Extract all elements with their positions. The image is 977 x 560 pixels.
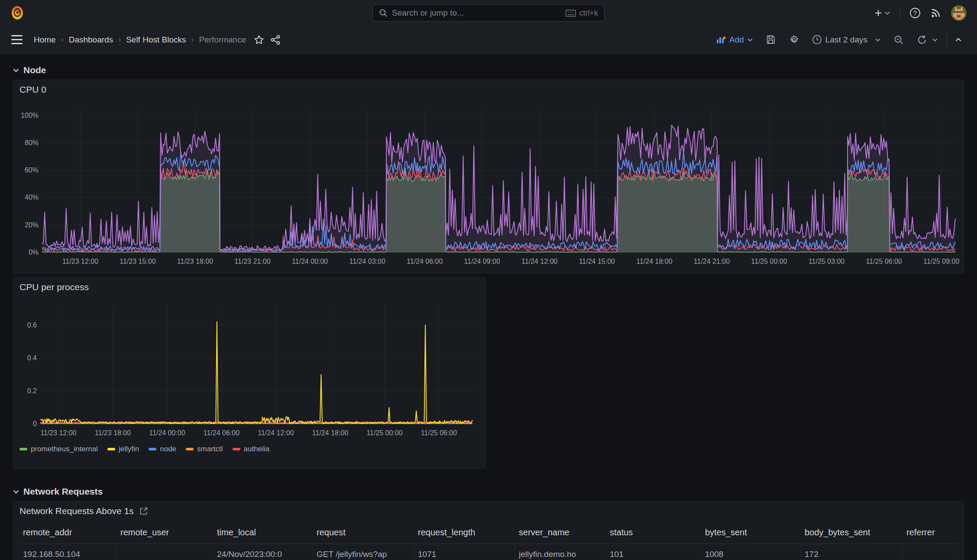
table-column-header[interactable]: server_name: [515, 521, 606, 544]
breadcrumb-dashboards[interactable]: Dashboards: [69, 35, 113, 45]
cpu-per-process-chart[interactable]: 00.20.40.611/23 12:0011/23 18:0011/24 00…: [13, 297, 485, 469]
cpu0-chart[interactable]: 0%20%40%60%80%100%11/23 12:0011/23 15:00…: [13, 99, 964, 274]
refresh-button[interactable]: [912, 32, 942, 48]
breadcrumb-separator: ›: [118, 35, 121, 44]
time-range-label: Last 2 days: [825, 35, 867, 45]
topbar-divider: [899, 7, 900, 19]
y-axis-tick-label: 80%: [14, 139, 39, 147]
table-header-row: remote_addrremote_usertime_localrequestr…: [13, 521, 964, 544]
chevron-down-icon[interactable]: [932, 38, 938, 42]
x-axis-tick-label: 11/23 21:00: [234, 258, 270, 265]
cpu0-plot-area[interactable]: [13, 99, 964, 275]
x-axis-tick-label: 11/24 09:00: [464, 258, 500, 265]
x-axis-tick-label: 11/24 06:00: [407, 258, 443, 265]
save-dashboard-button[interactable]: [761, 32, 780, 48]
legend-swatch: [149, 448, 156, 450]
cpu-per-process-plot-area[interactable]: [13, 297, 485, 470]
zoom-out-button[interactable]: [889, 32, 908, 48]
top-bar: Search or jump to... ctrl+k: [0, 0, 977, 26]
breadcrumb-folder[interactable]: Self Host Blocks: [126, 35, 186, 45]
gear-icon: [789, 35, 799, 45]
search-icon: [379, 9, 388, 17]
x-axis-tick-label: 11/24 00:00: [149, 429, 185, 437]
x-axis-tick-label: 11/25 00:00: [751, 258, 787, 265]
plus-icon: [874, 9, 882, 17]
legend-item-jellyfin[interactable]: jellyfin: [107, 445, 139, 453]
dashboard-settings-button[interactable]: [784, 32, 803, 48]
panel-title-cpu-per-process[interactable]: CPU per process: [19, 282, 89, 292]
time-range-picker[interactable]: Last 2 days: [808, 32, 885, 48]
breadcrumb-current: Performance: [199, 35, 246, 45]
table-column-header[interactable]: status: [606, 521, 702, 544]
table-cell: jellyfin.demo.ho: [515, 544, 606, 560]
mega-menu-button[interactable]: [11, 35, 23, 44]
x-axis-tick-label: 11/23 18:00: [95, 429, 131, 437]
y-axis-tick-label: 0.4: [13, 354, 37, 362]
legend-item-prometheus_internal[interactable]: prometheus_internal: [19, 445, 98, 453]
clock-icon: [812, 35, 822, 45]
legend-item-smartctl[interactable]: smartctl: [186, 445, 223, 453]
panel-title-cpu0[interactable]: CPU 0: [19, 84, 46, 95]
breadcrumb: Home › Dashboards › Self Host Blocks › P…: [34, 35, 246, 45]
x-axis-tick-label: 11/24 00:00: [292, 258, 328, 265]
x-axis-tick-label: 11/24 12:00: [258, 429, 294, 437]
panel-cpu0: CPU 0 0%20%40%60%80%100%11/23 12:0011/23…: [13, 80, 964, 273]
legend-label: jellyfin: [119, 445, 139, 453]
add-panel-button[interactable]: Add: [712, 32, 757, 48]
legend-swatch: [233, 448, 240, 450]
table-column-header[interactable]: request_length: [414, 521, 515, 544]
chevron-down-icon: [885, 11, 890, 15]
table-body: 192.168.50.10424/Nov/2023:00:0GET /jelly…: [13, 544, 964, 560]
news-button[interactable]: [930, 7, 941, 19]
table-column-header[interactable]: remote_addr: [19, 521, 117, 544]
x-axis-tick-label: 11/24 18:00: [312, 429, 348, 437]
add-label: Add: [729, 35, 744, 45]
add-panel-icon: [716, 36, 726, 44]
table-column-header[interactable]: remote_user: [117, 521, 214, 544]
refresh-icon: [917, 35, 927, 45]
section-node[interactable]: Node: [13, 61, 964, 80]
x-axis-tick-label: 11/24 18:00: [636, 258, 672, 265]
x-axis-tick-label: 11/24 15:00: [579, 258, 615, 265]
grafana-logo[interactable]: [10, 6, 24, 20]
table-column-header[interactable]: time_local: [214, 521, 313, 544]
search-input[interactable]: Search or jump to... ctrl+k: [372, 4, 605, 22]
external-link-icon[interactable]: [139, 506, 149, 516]
panel-network-requests-table: Network Requests Above 1s remote_addrrem…: [13, 501, 964, 560]
help-button[interactable]: ?: [909, 7, 921, 19]
section-network-requests[interactable]: Network Requests: [13, 482, 964, 501]
chevron-down-icon: [875, 38, 880, 42]
share-button[interactable]: [270, 35, 281, 45]
legend-item-authelia[interactable]: authelia: [233, 445, 270, 453]
x-axis-tick-label: 11/23 12:00: [62, 258, 98, 265]
legend-swatch: [186, 448, 194, 450]
jellyfin-series-line: [40, 322, 473, 424]
x-axis-tick-label: 11/23 15:00: [120, 258, 155, 265]
panel-cpu-per-process: CPU per process 00.20.40.611/23 12:0011/…: [13, 277, 486, 469]
favorite-star-button[interactable]: [254, 35, 264, 45]
table-cell: 192.168.50.104: [19, 544, 117, 560]
table-column-header[interactable]: body_bytes_sent: [801, 521, 903, 544]
legend-item-node[interactable]: node: [149, 445, 176, 453]
legend-label: prometheus_internal: [31, 445, 98, 453]
new-menu-button[interactable]: [874, 9, 890, 17]
y-axis-tick-label: 0.2: [13, 387, 37, 395]
x-axis-tick-label: 11/24 06:00: [204, 429, 239, 437]
table-cell: 24/Nov/2023:00:0: [214, 544, 313, 560]
panel-title-network-requests[interactable]: Network Requests Above 1s: [19, 506, 134, 516]
table-column-header[interactable]: bytes_sent: [702, 521, 801, 544]
table-cell: [903, 544, 958, 560]
user-avatar[interactable]: [951, 5, 967, 21]
save-icon: [766, 35, 776, 45]
table-cell: 1071: [414, 544, 515, 560]
table-column-header[interactable]: referrer: [903, 521, 958, 544]
table-column-header[interactable]: request: [313, 521, 414, 544]
table-cell: [117, 544, 214, 560]
collapse-topbar-button[interactable]: [951, 32, 966, 48]
legend-label: node: [160, 445, 176, 453]
y-axis-tick-label: 40%: [14, 194, 39, 201]
x-axis-tick-label: 11/25 00:00: [366, 429, 402, 437]
breadcrumb-home[interactable]: Home: [34, 35, 56, 45]
chevron-down-icon: [747, 38, 753, 42]
x-axis-tick-label: 11/23 12:00: [40, 429, 76, 437]
